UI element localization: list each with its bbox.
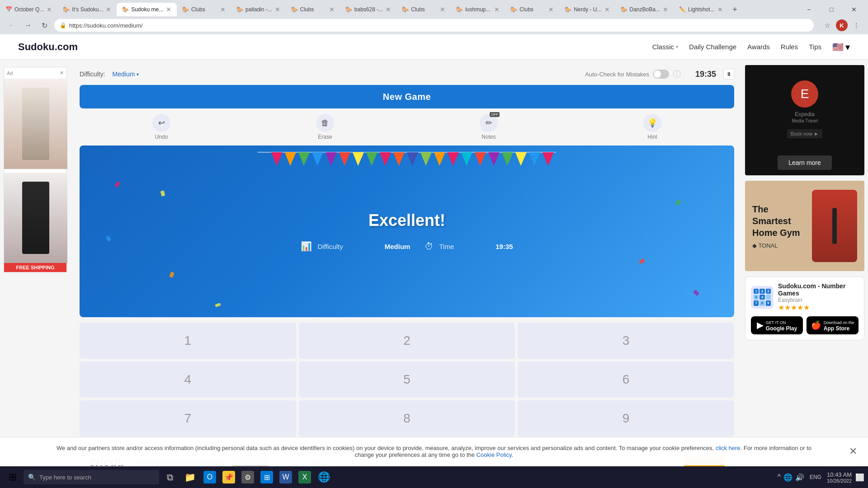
forward-button[interactable]: → xyxy=(22,19,34,32)
cookie-text: We and our partners store and/or access … xyxy=(54,445,814,458)
tab-close-icon[interactable]: ✕ xyxy=(106,6,111,13)
app-store-button[interactable]: 🍎 Download on theApp Store xyxy=(807,316,859,334)
language-flag-button[interactable]: 🇺🇸▾ xyxy=(832,42,850,52)
close-button[interactable]: ✕ xyxy=(844,3,864,16)
tab-close-icon[interactable]: ✕ xyxy=(166,6,171,13)
number-button-3[interactable]: 3 xyxy=(518,323,734,359)
cookie-click-here-link[interactable]: click here xyxy=(716,445,741,451)
browser-tab-10[interactable]: 🐎 Nerdy - U... ✕ xyxy=(559,3,615,16)
taskbar-app-chrome[interactable]: 🌐 xyxy=(315,468,333,486)
browser-tab-9[interactable]: 🐎 Clubs ✕ xyxy=(505,3,559,16)
browser-tab-4[interactable]: 🐎 palladin -... ✕ xyxy=(231,3,286,16)
auto-check-switch[interactable] xyxy=(653,70,669,79)
chevron-up-icon[interactable]: ^ xyxy=(777,473,781,481)
number-button-1[interactable]: 1 xyxy=(80,323,296,359)
tab-close-icon[interactable]: ✕ xyxy=(548,6,554,13)
tab-close-icon[interactable]: ✕ xyxy=(663,6,668,13)
tab-close-icon[interactable]: ✕ xyxy=(386,6,391,13)
tab-close-icon[interactable]: ✕ xyxy=(329,6,335,13)
browser-tab-2[interactable]: 🐎 Sudoku me... ✕ xyxy=(117,3,177,16)
start-button[interactable]: ⊞ xyxy=(4,468,22,486)
nav-link-daily-challenge[interactable]: Daily Challenge xyxy=(689,43,736,51)
tab-close-icon[interactable]: ✕ xyxy=(440,6,445,13)
auto-check-toggle: Auto-Check for Mistakes ⓘ xyxy=(585,69,681,80)
difficulty-selector[interactable]: Medium ▾ xyxy=(113,70,139,78)
control-btn-erase[interactable]: 🗑 Erase xyxy=(309,114,341,140)
site-nav: Sudoku.com Classic▾Daily ChallengeAwards… xyxy=(0,34,868,60)
nav-link-awards[interactable]: Awards xyxy=(747,43,770,51)
learn-more-button[interactable]: Learn more xyxy=(778,155,832,170)
number-button-6[interactable]: 6 xyxy=(518,361,734,398)
browser-tab-0[interactable]: 📅 October Q... ✕ xyxy=(0,3,57,16)
number-button-2[interactable]: 2 xyxy=(299,323,515,359)
ad-label: Ad xyxy=(7,70,13,76)
control-btn-hint[interactable]: 💡 Hint xyxy=(637,114,668,140)
number-button-8[interactable]: 8 xyxy=(299,400,515,436)
nav-link-classic[interactable]: Classic▾ xyxy=(652,43,678,51)
tab-favicon: 🐎 xyxy=(345,6,352,13)
browser-tab-8[interactable]: 🐎 lushmup... ✕ xyxy=(451,3,505,16)
clock[interactable]: 10:43 AM 10/26/2022 xyxy=(827,471,852,483)
taskbar-app-settings[interactable]: ⚙ xyxy=(239,468,257,486)
taskbar-app-outlook[interactable]: O xyxy=(201,468,219,486)
number-button-5[interactable]: 5 xyxy=(299,361,515,398)
system-tray: ^ 🌐 🔊 xyxy=(777,473,804,482)
browser-tab-12[interactable]: ✏️ Lightshot... ✕ xyxy=(674,3,728,16)
language-indicator[interactable]: ENG xyxy=(808,474,823,480)
tab-label: It's Sudoku... xyxy=(72,6,103,13)
cookie-close-button[interactable]: ✕ xyxy=(849,446,857,457)
nav-link-rules[interactable]: Rules xyxy=(781,43,798,51)
back-button[interactable]: ← xyxy=(5,19,18,32)
app-rating: ★★★★★ xyxy=(778,303,859,312)
control-btn-notes[interactable]: ✏ OFF Notes xyxy=(473,114,505,140)
stat-value: Medium xyxy=(385,243,410,250)
taskbar-search[interactable]: 🔍 Type here to search xyxy=(24,470,159,484)
minimize-button[interactable]: − xyxy=(798,3,819,16)
file-explorer-button[interactable]: 📁 xyxy=(181,468,199,486)
browser-tab-6[interactable]: 🐎 babs628 -... ✕ xyxy=(340,3,396,16)
tab-close-icon[interactable]: ✕ xyxy=(717,6,723,13)
volume-icon[interactable]: 🔊 xyxy=(795,473,804,482)
task-view-button[interactable]: ⧉ xyxy=(161,468,179,486)
bookmark-icon[interactable]: ☆ xyxy=(821,19,834,32)
new-tab-button[interactable]: + xyxy=(728,3,742,16)
tab-close-icon[interactable]: ✕ xyxy=(604,6,610,13)
fashion-image-1 xyxy=(4,79,67,169)
show-desktop-button[interactable]: ⬜ xyxy=(855,473,864,482)
chevron-down-icon: ▾ xyxy=(676,44,678,49)
maximize-button[interactable]: □ xyxy=(821,3,842,16)
nav-link-tips[interactable]: Tips xyxy=(809,43,821,51)
profile-icon[interactable]: K xyxy=(835,19,848,32)
taskbar-app-word[interactable]: W xyxy=(277,468,295,486)
google-play-button[interactable]: ▶ GET IT ONGoogle Play xyxy=(751,316,803,334)
free-shipping-badge: FREE SHIPPING xyxy=(4,263,66,272)
tab-close-icon[interactable]: ✕ xyxy=(220,6,226,13)
pause-button[interactable]: ⏸ xyxy=(723,69,734,80)
url-bar[interactable]: 🔒 https://sudoku.com/medium/ xyxy=(54,19,814,32)
number-button-7[interactable]: 7 xyxy=(80,400,296,436)
control-btn-undo[interactable]: ↩ Undo xyxy=(146,114,177,140)
browser-tab-5[interactable]: 🐎 Clubs ✕ xyxy=(286,3,340,16)
browser-tab-11[interactable]: 🐎 DanzBoBa... ✕ xyxy=(615,3,674,16)
svg-marker-12 xyxy=(420,152,432,166)
browser-tab-7[interactable]: 🐎 Clubs ✕ xyxy=(396,3,451,16)
taskbar-app-sticky[interactable]: 📌 xyxy=(220,468,238,486)
browser-tab-3[interactable]: 🐎 Clubs ✕ xyxy=(177,3,231,16)
new-game-button[interactable]: New Game xyxy=(80,85,734,108)
cookie-policy-link[interactable]: Cookie Policy xyxy=(476,451,512,458)
refresh-button[interactable]: ↻ xyxy=(38,19,51,32)
tab-close-icon[interactable]: ✕ xyxy=(275,6,280,13)
tab-close-icon[interactable]: ✕ xyxy=(494,6,500,13)
menu-icon[interactable]: ⋮ xyxy=(850,19,863,32)
tab-close-icon[interactable]: ✕ xyxy=(47,6,52,13)
nav-link-label: Rules xyxy=(781,43,798,51)
taskbar-app-startmenu[interactable]: ⊞ xyxy=(258,468,276,486)
profile-avatar[interactable]: K xyxy=(836,19,848,31)
taskbar-app-excel[interactable]: X xyxy=(296,468,314,486)
browser-tab-1[interactable]: 🐎 It's Sudoku... ✕ xyxy=(57,3,117,16)
right-column: E ExpediaMedia Travel Book now ► Learn m… xyxy=(741,60,868,488)
network-icon[interactable]: 🌐 xyxy=(783,473,793,482)
number-button-9[interactable]: 9 xyxy=(518,400,734,436)
number-button-4[interactable]: 4 xyxy=(80,361,296,398)
ad-close-icon[interactable]: ✕ xyxy=(60,70,64,76)
